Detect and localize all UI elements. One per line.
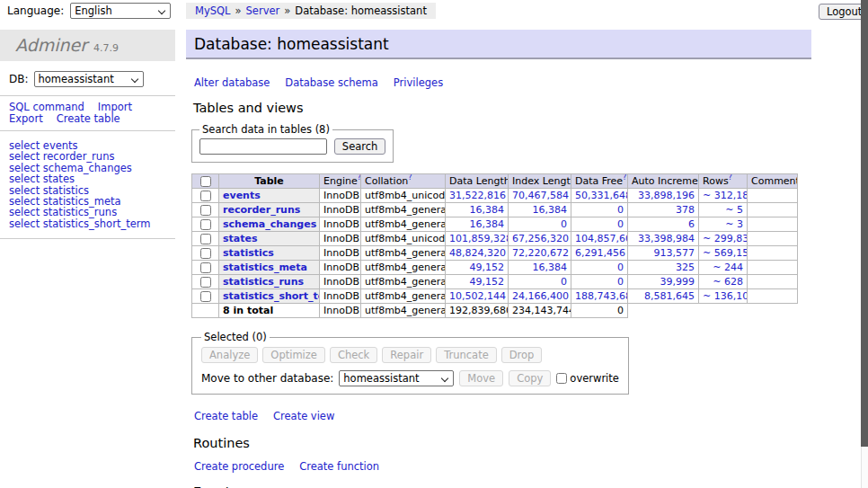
data-free-link[interactable]: 50,331,648 [575, 190, 628, 201]
sidebar-action-import[interactable]: Import [98, 101, 132, 113]
adminer-logo[interactable]: Adminer [15, 37, 87, 54]
data-free-link[interactable]: 0 [617, 276, 624, 288]
sidebar-item-select-statistics-runs[interactable]: select statistics_runs [9, 207, 175, 217]
sidebar-item-select-recorder-runs[interactable]: select recorder_runs [9, 151, 175, 162]
help-link[interactable]: ? [358, 174, 361, 182]
help-link[interactable]: ? [623, 174, 626, 182]
index-length-link[interactable]: 16,384 [533, 262, 568, 273]
data-free-link[interactable]: 6,291,456 [575, 247, 625, 259]
select-all-checkbox[interactable] [200, 176, 211, 187]
index-length-link[interactable]: 24,166,400 [512, 290, 569, 302]
data-length-link[interactable]: 16,384 [470, 204, 505, 216]
auto-increment-link[interactable]: 913,577 [654, 247, 695, 259]
sidebar-item-select-statistics-short-term[interactable]: select statistics_short_term [9, 218, 175, 229]
rows-count-link[interactable]: ~ 244 [713, 262, 743, 273]
move-db-select[interactable]: homeassistant [339, 370, 454, 386]
breadcrumb-link-mysql[interactable]: MySQL [195, 4, 231, 17]
total-label-cell: 8 in total [219, 304, 320, 318]
data-free-link[interactable]: 0 [617, 262, 624, 273]
data-free-link[interactable]: 0 [617, 218, 624, 230]
breadcrumb-link-server[interactable]: Server [246, 4, 280, 17]
index-length-link[interactable]: 72,220,672 [512, 247, 569, 259]
table-link-recorder-runs[interactable]: recorder_runs [223, 204, 300, 216]
check-button[interactable]: Check [330, 347, 377, 363]
data-length-link[interactable]: 49,152 [470, 276, 505, 288]
link-create-procedure[interactable]: Create procedure [194, 460, 284, 473]
rows-count-link[interactable]: ~ 3 [725, 218, 743, 230]
search-button[interactable]: Search [334, 138, 386, 155]
scrollbar-thumb[interactable] [861, 0, 868, 447]
auto-increment-link[interactable]: 8,581,645 [644, 290, 695, 302]
row-checkbox-events[interactable] [200, 191, 211, 201]
index-length-link[interactable]: 70,467,584 [512, 190, 569, 201]
auto-increment-link[interactable]: 39,999 [660, 276, 695, 288]
auto-increment-link[interactable]: 6 [688, 218, 695, 230]
auto-increment-link[interactable]: 33,898,196 [638, 190, 695, 201]
search-input[interactable] [199, 138, 327, 155]
auto-increment-link[interactable]: 33,398,984 [638, 233, 695, 244]
row-checkbox-recorder-runs[interactable] [200, 205, 211, 216]
auto-increment-link[interactable]: 378 [676, 204, 695, 216]
index-length-link[interactable]: 0 [561, 218, 567, 230]
data-length-link[interactable]: 101,859,328 [449, 233, 509, 244]
link-privileges[interactable]: Privileges [394, 76, 443, 89]
data-length-link[interactable]: 48,824,320 [449, 247, 506, 259]
rows-count-link[interactable]: ~ 628 [713, 276, 743, 288]
copy-button[interactable]: Copy [509, 370, 551, 386]
link-create-table[interactable]: Create table [194, 410, 258, 422]
table-link-statistics-meta[interactable]: statistics_meta [223, 262, 307, 273]
data-free-link[interactable]: 0 [617, 204, 624, 216]
data-length-link[interactable]: 16,384 [470, 218, 505, 230]
link-database-schema[interactable]: Database schema [285, 76, 377, 89]
rows-count-link[interactable]: ~ 569,159 [703, 247, 748, 259]
auto-increment-link[interactable]: 325 [676, 262, 695, 273]
language-select[interactable]: English [70, 3, 171, 19]
truncate-button[interactable]: Truncate [436, 347, 497, 363]
data-free-cell: 0 [571, 217, 628, 232]
rows-count-link[interactable]: ~ 312,180 [703, 190, 748, 201]
data-free-link[interactable]: 104,857,600 [575, 233, 628, 244]
index-length-link[interactable]: 67,256,320 [512, 233, 569, 244]
table-link-states[interactable]: states [223, 233, 258, 244]
row-checkbox-statistics-meta[interactable] [200, 262, 211, 273]
row-checkbox-schema-changes[interactable] [200, 219, 211, 230]
vertical-scrollbar[interactable] [861, 0, 868, 488]
row-checkbox-statistics[interactable] [200, 248, 211, 259]
rows-count-link[interactable]: ~ 5 [725, 204, 743, 216]
repair-button[interactable]: Repair [382, 347, 431, 363]
table-link-statistics-runs[interactable]: statistics_runs [223, 276, 304, 288]
link-create-function[interactable]: Create function [299, 460, 379, 473]
data-length-link[interactable]: 31,522,816 [449, 190, 506, 201]
link-create-view[interactable]: Create view [273, 410, 334, 422]
sidebar-action-export[interactable]: Export [9, 112, 43, 125]
table-link-statistics[interactable]: statistics [223, 247, 274, 259]
db-select[interactable]: homeassistant [34, 71, 144, 87]
row-checkbox-statistics-runs[interactable] [200, 277, 211, 288]
table-link-statistics-short-term[interactable]: statistics_short_term [223, 290, 320, 302]
rows-count-link[interactable]: ~ 299,833 [703, 233, 748, 244]
link-alter-database[interactable]: Alter database [194, 76, 270, 89]
move-button[interactable]: Move [459, 370, 503, 386]
sidebar-action-create-table[interactable]: Create table [57, 112, 120, 125]
data-length-link[interactable]: 10,502,144 [449, 290, 506, 302]
row-checkbox-statistics-short-term[interactable] [200, 291, 211, 302]
index-length-link[interactable]: 0 [561, 276, 567, 288]
overwrite-checkbox[interactable] [556, 373, 567, 384]
data-length-link[interactable]: 49,152 [470, 262, 505, 273]
drop-button[interactable]: Drop [501, 347, 543, 363]
table-link-events[interactable]: events [223, 190, 261, 201]
column-header-data-free: Data Free? [571, 174, 628, 189]
help-link[interactable]: ? [729, 174, 732, 182]
rows-count-link[interactable]: ~ 136,108 [703, 290, 748, 302]
index-length-link[interactable]: 16,384 [533, 204, 568, 216]
language-select-value: English [75, 4, 112, 17]
sidebar-action-sql-command[interactable]: SQL command [9, 101, 84, 113]
sidebar-item-select-states[interactable]: select states [9, 173, 175, 184]
data-free-link[interactable]: 188,743,680 [575, 290, 628, 302]
help-link[interactable]: ? [408, 174, 412, 182]
row-checkbox-states[interactable] [200, 234, 211, 244]
optimize-button[interactable]: Optimize [262, 347, 325, 363]
table-row-states: statesInnoDButf8mb4_unicode_ci101,859,32… [192, 232, 798, 246]
table-link-schema-changes[interactable]: schema_changes [223, 218, 316, 230]
analyze-button[interactable]: Analyze [201, 347, 258, 363]
